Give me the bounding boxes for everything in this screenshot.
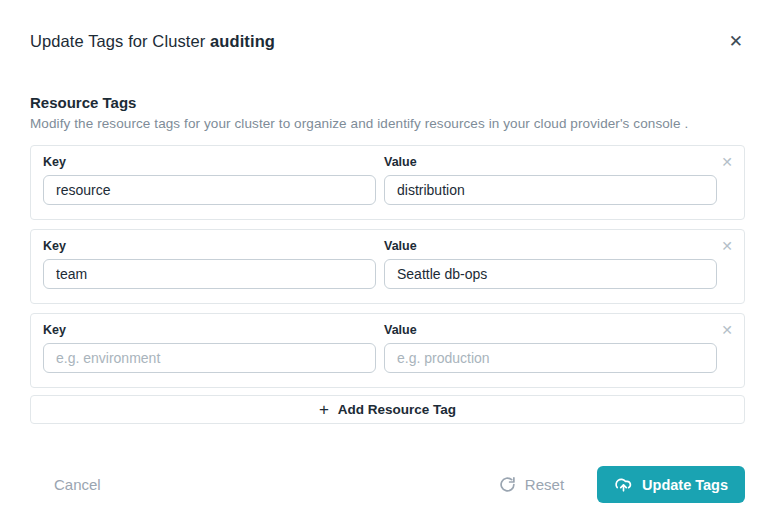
key-field-group-1: Key: [43, 155, 376, 205]
value-field-group-1: Value: [384, 155, 717, 205]
cloud-upload-icon: [614, 475, 633, 494]
cancel-button[interactable]: Cancel: [30, 476, 125, 493]
key-label: Key: [43, 323, 376, 337]
tag-row-3: Key Value ✕: [30, 313, 745, 388]
update-tags-label: Update Tags: [642, 477, 728, 493]
value-field-group-3: Value: [384, 323, 717, 373]
section-heading: Resource Tags: [30, 94, 745, 111]
reset-button[interactable]: Reset: [499, 476, 564, 493]
modal-footer: Cancel Reset Update Tags: [30, 466, 745, 503]
key-input-2[interactable]: [43, 259, 376, 289]
resource-tags-section: Resource Tags Modify the resource tags f…: [30, 94, 745, 131]
tag-row-1: Key Value ✕: [30, 145, 745, 220]
value-label: Value: [384, 239, 717, 253]
refresh-icon: [499, 476, 516, 493]
update-tags-button[interactable]: Update Tags: [597, 466, 745, 503]
section-description: Modify the resource tags for your cluste…: [30, 116, 745, 131]
value-input-3[interactable]: [384, 343, 717, 373]
plus-icon: +: [319, 401, 329, 418]
tag-row-2: Key Value ✕: [30, 229, 745, 304]
remove-row-icon-3[interactable]: ✕: [719, 321, 735, 339]
value-label: Value: [384, 323, 717, 337]
key-input-3[interactable]: [43, 343, 376, 373]
modal-title: Update Tags for Cluster auditing: [30, 32, 275, 51]
value-field-group-2: Value: [384, 239, 717, 289]
key-field-group-3: Key: [43, 323, 376, 373]
reset-label: Reset: [525, 476, 564, 493]
value-input-2[interactable]: [384, 259, 717, 289]
update-tags-modal: Update Tags for Cluster auditing ✕ Resou…: [0, 0, 775, 503]
key-field-group-2: Key: [43, 239, 376, 289]
key-input-1[interactable]: [43, 175, 376, 205]
add-resource-tag-button[interactable]: + Add Resource Tag: [30, 395, 745, 424]
tag-rows: Key Value ✕ Key Value: [30, 145, 745, 424]
value-label: Value: [384, 155, 717, 169]
remove-row-icon-2[interactable]: ✕: [719, 237, 735, 255]
remove-row-icon-1[interactable]: ✕: [719, 153, 735, 171]
cluster-name: auditing: [210, 32, 275, 50]
key-label: Key: [43, 155, 376, 169]
modal-title-prefix: Update Tags for Cluster: [30, 32, 205, 50]
close-icon[interactable]: ✕: [727, 31, 745, 52]
add-resource-tag-label: Add Resource Tag: [338, 402, 456, 417]
key-label: Key: [43, 239, 376, 253]
modal-header: Update Tags for Cluster auditing ✕: [30, 32, 745, 52]
value-input-1[interactable]: [384, 175, 717, 205]
